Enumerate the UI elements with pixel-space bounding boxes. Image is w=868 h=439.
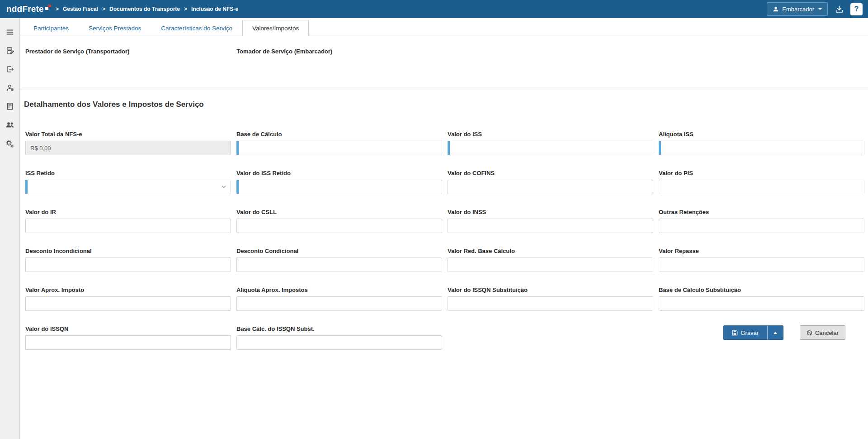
save-icon xyxy=(732,330,738,336)
field-base-calc-do-issqn-subst: Base Cálc. do ISSQN Subst. xyxy=(236,325,442,350)
valor-do-ir-input[interactable] xyxy=(25,219,231,233)
outras-retencoes-input[interactable] xyxy=(659,219,864,233)
breadcrumb-item-gestao-fiscal[interactable]: Gestão Fiscal xyxy=(63,6,98,12)
field-base-de-calculo-substituicao: Base de Cálculo Substituição xyxy=(659,286,864,311)
sidebar xyxy=(0,18,20,439)
user-menu-label: Embarcador xyxy=(782,6,814,13)
field-outras-retencoes: Outras Retenções xyxy=(659,209,864,233)
tab-participantes[interactable]: Participantes xyxy=(24,20,79,36)
field-label: Valor Total da NFS-e xyxy=(25,131,231,138)
valor-aprox-imposto-input[interactable] xyxy=(25,296,231,311)
field-label: Valor do PIS xyxy=(659,170,864,177)
breadcrumb-separator: > xyxy=(56,6,59,12)
valor-do-pis-input[interactable] xyxy=(659,180,864,194)
breadcrumb-separator: > xyxy=(102,6,105,12)
aliquota-aprox-impostos-input[interactable] xyxy=(236,296,442,311)
prestador-servico-label: Prestador de Serviço (Transportador) xyxy=(25,48,231,90)
topbar-actions: Embarcador ? xyxy=(767,2,863,16)
breadcrumb-item-inclusao-de-nfs-e: Inclusão de NFS-e xyxy=(191,6,238,12)
chevron-down-icon xyxy=(818,8,822,10)
valor-do-issqn-substituicao-input[interactable] xyxy=(448,296,653,311)
valor-total-da-nfs-e-input[interactable] xyxy=(25,141,231,155)
field-label: Valor Repasse xyxy=(659,248,864,254)
gravar-label: Gravar xyxy=(741,329,759,336)
gravar-split-button: Gravar xyxy=(723,325,783,340)
field-label: Base de Cálculo xyxy=(236,131,442,138)
field-label: Desconto Condicional xyxy=(236,248,442,254)
report-document-icon[interactable] xyxy=(2,99,18,114)
iss-retido-select[interactable] xyxy=(25,180,231,194)
base-de-calculo-input[interactable] xyxy=(236,141,442,155)
field-label: Valor do ISSQN Substituição xyxy=(448,286,653,293)
user-attendant-icon[interactable] xyxy=(2,80,18,95)
logo-text: nddFrete xyxy=(6,4,44,14)
tomador-servico-label: Tomador de Serviço (Embarcador) xyxy=(236,48,442,90)
export-icon[interactable] xyxy=(2,62,18,77)
gravar-button[interactable]: Gravar xyxy=(723,325,767,340)
caret-up-icon xyxy=(774,332,777,334)
field-label: Outras Retenções xyxy=(659,209,864,215)
fields-grid: Valor Total da NFS-eBase de CálculoValor… xyxy=(20,131,868,350)
help-button[interactable]: ? xyxy=(850,3,863,15)
field-label: Valor do ISSQN xyxy=(25,325,231,332)
valor-repasse-input[interactable] xyxy=(659,258,864,272)
main-content: Participantes Serviços Prestados Caracte… xyxy=(20,18,868,439)
aliquota-iss-input[interactable] xyxy=(659,141,864,155)
field-label: Valor Aprox. Imposto xyxy=(25,286,231,293)
valor-do-issqn-input[interactable] xyxy=(25,335,231,350)
gravar-dropdown-toggle[interactable] xyxy=(767,325,783,340)
field-label: Alíquota ISS xyxy=(659,131,864,138)
base-calc-do-issqn-subst-input[interactable] xyxy=(236,335,442,350)
tab-servicos-prestados[interactable]: Serviços Prestados xyxy=(79,20,151,36)
field-valor-do-pis: Valor do PIS xyxy=(659,170,864,194)
document-edit-icon[interactable] xyxy=(2,43,18,58)
valor-do-csll-input[interactable] xyxy=(236,219,442,233)
users-icon[interactable] xyxy=(2,117,18,133)
breadcrumb: > Gestão Fiscal > Documentos do Transpor… xyxy=(56,6,238,12)
field-label: Base de Cálculo Substituição xyxy=(659,286,864,293)
form-actions: Gravar Cancelar xyxy=(448,325,864,350)
tab-caracteristicas-do-servico[interactable]: Características do Serviço xyxy=(151,20,242,36)
field-valor-repasse: Valor Repasse xyxy=(659,248,864,272)
valor-red-base-calculo-input[interactable] xyxy=(448,258,653,272)
field-valor-do-cofins: Valor do COFINS xyxy=(448,170,653,194)
desconto-incondicional-input[interactable] xyxy=(25,258,231,272)
field-label: Valor do INSS xyxy=(448,209,653,215)
field-valor-do-csll: Valor do CSLL xyxy=(236,209,442,233)
field-valor-do-iss: Valor do ISS xyxy=(448,131,653,155)
user-icon xyxy=(773,6,779,12)
cancelar-button[interactable]: Cancelar xyxy=(800,325,845,340)
user-menu-button[interactable]: Embarcador xyxy=(767,2,828,16)
field-label: Base Cálc. do ISSQN Subst. xyxy=(236,325,442,332)
field-valor-do-ir: Valor do IR xyxy=(25,209,231,233)
values-impostos-section: Detalhamento dos Valores e Impostos de S… xyxy=(20,90,868,350)
field-label: Alíquota Aprox. Impostos xyxy=(236,286,442,293)
valor-do-iss-input[interactable] xyxy=(448,141,653,155)
breadcrumb-item-documentos-do-transporte[interactable]: Documentos do Transporte xyxy=(109,6,180,12)
valor-do-inss-input[interactable] xyxy=(448,219,653,233)
tab-valores-impostos[interactable]: Valores/Impostos xyxy=(242,20,309,36)
field-valor-do-inss: Valor do INSS xyxy=(448,209,653,233)
field-valor-red-base-calculo: Valor Red. Base Cálculo xyxy=(448,248,653,272)
field-valor-total-da-nfs-e: Valor Total da NFS-e xyxy=(25,131,231,155)
field-base-de-calculo: Base de Cálculo xyxy=(236,131,442,155)
valor-do-cofins-input[interactable] xyxy=(448,180,653,194)
desconto-condicional-input[interactable] xyxy=(236,258,442,272)
field-iss-retido: ISS Retido xyxy=(25,170,231,194)
field-desconto-condicional: Desconto Condicional xyxy=(236,248,442,272)
app-logo[interactable]: nddFrete xyxy=(6,4,51,14)
download-button[interactable] xyxy=(831,2,847,16)
base-de-calculo-substituicao-input[interactable] xyxy=(659,296,864,311)
section-title: Detalhamento dos Valores e Impostos de S… xyxy=(20,100,868,109)
top-bar: nddFrete > Gestão Fiscal > Documentos do… xyxy=(0,0,868,18)
field-label: Valor do ISS Retido xyxy=(236,170,442,177)
valor-do-iss-retido-input[interactable] xyxy=(236,180,442,194)
field-label: Desconto Incondicional xyxy=(25,248,231,254)
breadcrumb-separator: > xyxy=(184,6,187,12)
field-aliquota-aprox-impostos: Alíquota Aprox. Impostos xyxy=(236,286,442,311)
participants-section: Prestador de Serviço (Transportador) Tom… xyxy=(20,36,868,90)
field-valor-do-issqn-substituicao: Valor do ISSQN Substituição xyxy=(448,286,653,311)
field-desconto-incondicional: Desconto Incondicional xyxy=(25,248,231,272)
settings-gears-icon[interactable] xyxy=(2,136,18,151)
menu-icon[interactable] xyxy=(2,24,18,40)
